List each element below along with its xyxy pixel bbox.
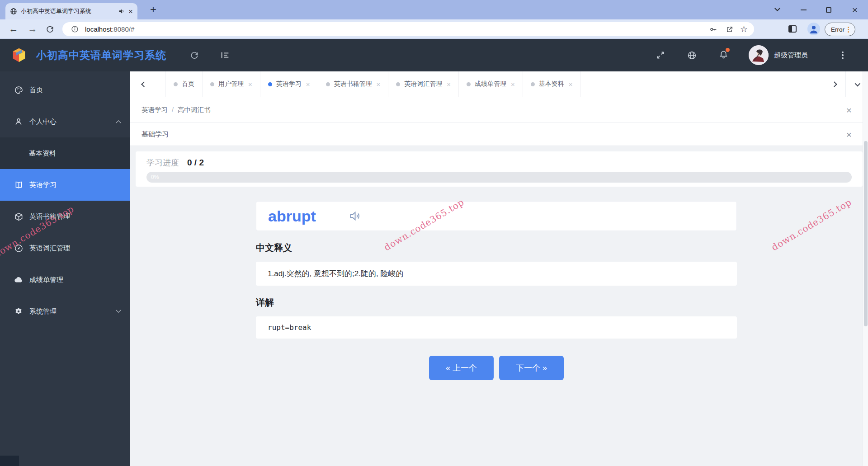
fullscreen-icon[interactable] <box>651 39 670 71</box>
main-area: 首页 用户管理 × 英语学习 × 英语书籍管理 × 英语词汇管理 × <box>130 71 868 466</box>
breadcrumb-bar: 英语学习 / 高中词汇书 × <box>130 97 868 123</box>
tag-user-management[interactable]: 用户管理 × <box>203 71 260 97</box>
scrollbar-thumb[interactable] <box>864 141 868 326</box>
gear-icon <box>14 306 24 316</box>
tag-home[interactable]: 首页 <box>165 71 203 97</box>
sidebar-item-report-cards[interactable]: 成绩单管理 <box>0 264 130 296</box>
tag-label: 英语书籍管理 <box>334 80 372 88</box>
sidebar-item-home[interactable]: 首页 <box>0 74 130 106</box>
tab-audio-icon[interactable] <box>118 8 125 14</box>
user-avatar[interactable] <box>749 45 769 65</box>
sidebar-item-english-study[interactable]: 英语学习 <box>0 169 130 201</box>
sidebar-fold-icon[interactable] <box>216 39 234 71</box>
scrollbar[interactable] <box>863 71 868 466</box>
window-menu-chevron-icon[interactable] <box>765 0 789 19</box>
tag-close-icon[interactable]: × <box>306 81 310 88</box>
tag-dot <box>396 82 400 86</box>
tag-dot <box>174 82 178 86</box>
header-more-icon[interactable] <box>838 39 847 71</box>
tags-scroll-left-button[interactable] <box>130 71 157 97</box>
previous-word-button[interactable]: « 上一个 <box>429 356 494 380</box>
browser-tab[interactable]: 小初高中英语单词学习系统 × <box>5 3 137 19</box>
window-maximize-button[interactable] <box>816 0 841 19</box>
address-bar[interactable]: localhost:8080/# ☆ <box>62 22 754 36</box>
language-globe-icon[interactable] <box>683 39 701 71</box>
browser-menu-error-button[interactable]: Error <box>825 23 855 36</box>
tag-report-cards[interactable]: 成绩单管理 × <box>459 71 523 97</box>
notification-dot <box>726 48 730 52</box>
tags-scroll-right-button[interactable] <box>823 71 845 97</box>
breadcrumb: 英语学习 / 高中词汇书 <box>142 106 211 114</box>
study-panel-header: 基础学习 × <box>130 123 868 146</box>
window-minimize-button[interactable] <box>791 0 816 19</box>
tag-close-icon[interactable]: × <box>511 81 515 88</box>
box-icon <box>14 212 24 221</box>
definition-heading: 中文释义 <box>256 242 737 254</box>
browser-tab-strip: 小初高中英语单词学习系统 × + × <box>0 0 868 19</box>
sidebar-item-personal-center[interactable]: 个人中心 <box>0 106 130 137</box>
site-info-icon[interactable] <box>69 24 80 35</box>
reload-button[interactable] <box>42 21 57 37</box>
tag-close-icon[interactable]: × <box>447 81 451 88</box>
sidebar-item-label: 英语词汇管理 <box>29 244 120 253</box>
tag-view-bar: 首页 用户管理 × 英语学习 × 英语书籍管理 × 英语词汇管理 × <box>130 71 868 97</box>
side-panel-icon[interactable] <box>785 21 800 37</box>
sidebar-item-label: 基本资料 <box>29 149 120 158</box>
refresh-icon[interactable] <box>185 39 203 71</box>
share-icon[interactable] <box>724 24 736 35</box>
bookmark-star-icon[interactable]: ☆ <box>740 24 748 34</box>
tag-label: 英语词汇管理 <box>404 80 442 88</box>
next-word-button[interactable]: 下一个 » <box>499 356 564 380</box>
sidebar-footer <box>0 456 19 466</box>
url-text: localhost:8080/# <box>85 25 703 33</box>
word-text: abrupt <box>268 207 316 225</box>
close-icon[interactable]: × <box>846 105 852 115</box>
tag-label: 用户管理 <box>218 80 244 88</box>
tag-basic-info[interactable]: 基本资料 × <box>523 71 581 97</box>
breadcrumb-parent[interactable]: 英语学习 <box>142 106 168 114</box>
tag-label: 英语学习 <box>276 80 302 88</box>
tag-label: 成绩单管理 <box>475 80 506 88</box>
tag-close-icon[interactable]: × <box>569 81 573 88</box>
close-icon[interactable]: × <box>846 130 852 139</box>
sidebar-item-system-management[interactable]: 系统管理 <box>0 296 130 327</box>
definition-text: 1.adj.突然的, 意想不到的;2.陡的, 险峻的 <box>256 262 737 286</box>
detail-heading: 详解 <box>256 297 737 309</box>
forward-button[interactable]: → <box>25 21 40 37</box>
browser-toolbar: ← → localhost:8080/# ☆ <box>0 19 868 39</box>
notification-bell-icon[interactable] <box>714 39 732 71</box>
username-label[interactable]: 超级管理员 <box>774 39 808 71</box>
speaker-icon[interactable] <box>349 210 361 222</box>
tag-close-icon[interactable]: × <box>248 81 252 88</box>
sidebar-item-label: 系统管理 <box>29 307 111 316</box>
sidebar-item-label: 成绩单管理 <box>29 276 120 284</box>
sidebar-item-label: 首页 <box>29 86 120 94</box>
sidebar-item-english-vocabulary[interactable]: 英语词汇管理 <box>0 232 130 264</box>
browser-profile-avatar[interactable] <box>807 23 820 37</box>
app-logo <box>10 39 28 71</box>
window-close-button[interactable]: × <box>843 0 867 19</box>
tag-dot <box>467 82 471 86</box>
tab-close-icon[interactable]: × <box>128 8 133 15</box>
sidebar-item-basic-info[interactable]: 基本资料 <box>0 137 130 169</box>
compass-icon <box>14 243 24 253</box>
sidebar-item-label: 英语学习 <box>29 181 120 189</box>
tag-english-books[interactable]: 英语书籍管理 × <box>318 71 389 97</box>
user-icon <box>14 117 24 127</box>
new-tab-button[interactable]: + <box>146 2 161 17</box>
sidebar-item-english-books[interactable]: 英语书籍管理 <box>0 201 130 232</box>
tag-english-study[interactable]: 英语学习 × <box>260 71 318 97</box>
password-key-icon[interactable] <box>708 24 719 35</box>
progress-value: 0 / 2 <box>187 158 204 168</box>
browser-tab-title: 小初高中英语单词学习系统 <box>21 7 115 15</box>
progress-card: 学习进度 0 / 2 0% <box>136 151 863 187</box>
back-button[interactable]: ← <box>6 21 21 37</box>
menu-dots-icon <box>848 27 849 33</box>
panel-title: 基础学习 <box>142 130 169 139</box>
tag-dot-active <box>268 82 272 86</box>
chevron-up-icon <box>116 120 121 125</box>
tag-close-icon[interactable]: × <box>377 81 381 88</box>
app-title: 小初高中英语单词学习系统 <box>36 39 166 71</box>
tag-english-vocabulary[interactable]: 英语词汇管理 × <box>388 71 459 97</box>
sidebar-item-label: 英语书籍管理 <box>29 212 120 221</box>
